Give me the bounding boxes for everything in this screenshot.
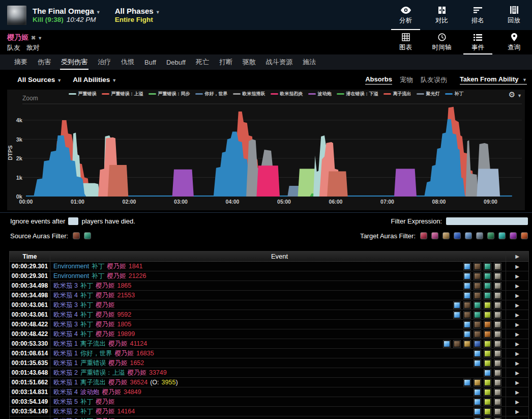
tab-Debuff[interactable]: Debuff — [161, 54, 191, 70]
aura-icon[interactable] — [454, 232, 461, 239]
aura-icon[interactable] — [484, 388, 491, 396]
tab-受到伤害[interactable]: 受到伤害 — [56, 54, 93, 70]
aura-icon[interactable] — [494, 379, 501, 386]
legend-item[interactable]: 潜在错误：下溢 — [337, 91, 378, 97]
aura-icon[interactable] — [474, 263, 481, 270]
legend-item[interactable]: 补丁 — [445, 91, 464, 97]
aura-icon[interactable] — [521, 232, 528, 239]
deaths-count-input[interactable] — [68, 217, 78, 225]
aura-icon[interactable] — [84, 232, 91, 239]
aura-icon[interactable] — [484, 340, 491, 348]
aura-icon[interactable] — [487, 232, 494, 239]
aura-icon[interactable] — [474, 398, 481, 406]
selected-player[interactable]: 樱乃姬 — [7, 33, 28, 41]
aura-icon[interactable] — [474, 292, 481, 299]
legend-item[interactable]: 严重错误：同步 — [149, 91, 190, 97]
absorbs-toggle[interactable]: Absorbs — [365, 75, 392, 85]
aura-icon[interactable] — [484, 379, 491, 386]
sources-dropdown[interactable]: All Sources▼ — [17, 76, 62, 83]
aura-icon[interactable] — [474, 321, 481, 328]
aura-icon[interactable] — [474, 379, 481, 386]
taken-from-dropdown[interactable]: Taken From Ability ▼ — [460, 75, 527, 85]
expand-column-header[interactable]: ▶ — [506, 252, 528, 261]
tab-伤害[interactable]: 伤害 — [33, 54, 56, 70]
aura-icon[interactable] — [465, 232, 472, 239]
aura-icon[interactable] — [494, 340, 501, 348]
aura-icon[interactable] — [484, 359, 491, 367]
aura-icon[interactable] — [476, 232, 483, 239]
tab-Buff[interactable]: Buff — [139, 54, 161, 70]
view-eye-button[interactable]: 分析 — [388, 0, 424, 30]
aura-icon[interactable] — [484, 311, 491, 319]
aura-icon[interactable] — [494, 350, 501, 357]
mode-list-button[interactable]: 事件 — [460, 30, 496, 54]
legend-item[interactable]: 你好，世界 — [195, 91, 228, 97]
aura-icon[interactable] — [484, 263, 491, 270]
legend-item[interactable]: 聚光灯 — [417, 91, 440, 97]
pets-toggle[interactable]: 宠物 — [400, 75, 413, 85]
row-expand-button[interactable]: ▶ — [506, 407, 528, 416]
aura-icon[interactable] — [494, 282, 501, 290]
view-compare-button[interactable]: 对比 — [424, 0, 460, 30]
aura-icon[interactable] — [420, 232, 427, 239]
row-expand-button[interactable]: ▶ — [506, 378, 528, 387]
view-ranking-button[interactable]: 排名 — [460, 0, 496, 30]
aura-icon[interactable] — [494, 408, 501, 415]
tab-打断[interactable]: 打断 — [214, 54, 238, 70]
aura-icon[interactable] — [484, 369, 491, 377]
aura-icon[interactable] — [73, 232, 80, 239]
friendly-fire-toggle[interactable]: 队友误伤 — [421, 75, 447, 85]
aura-icon[interactable] — [494, 292, 501, 299]
abilities-dropdown[interactable]: All Abilities▼ — [73, 76, 116, 83]
legend-item[interactable]: 欧米茄滑跃 — [233, 91, 265, 97]
row-expand-button[interactable]: ▶ — [506, 271, 528, 281]
aura-icon[interactable] — [463, 263, 471, 270]
aura-icon[interactable] — [474, 350, 481, 357]
time-column-header[interactable]: Time — [10, 252, 50, 261]
aura-icon[interactable] — [474, 301, 481, 309]
tab-死亡[interactable]: 死亡 — [191, 54, 214, 70]
aura-icon[interactable] — [510, 232, 517, 239]
aura-icon[interactable] — [484, 330, 491, 338]
aura-icon[interactable] — [442, 232, 450, 239]
aura-icon[interactable] — [463, 330, 471, 338]
row-expand-button[interactable]: ▶ — [506, 368, 528, 377]
aura-icon[interactable] — [463, 282, 471, 290]
row-expand-button[interactable]: ▶ — [506, 262, 528, 271]
aura-icon[interactable] — [494, 301, 501, 309]
aura-icon[interactable] — [484, 408, 491, 415]
aura-icon[interactable] — [453, 340, 461, 348]
aura-icon[interactable] — [474, 340, 481, 348]
aura-icon[interactable] — [484, 272, 491, 280]
legend-item[interactable]: 严重错误：上溢 — [102, 91, 143, 97]
aura-icon[interactable] — [484, 292, 491, 299]
row-expand-button[interactable]: ▶ — [506, 310, 528, 319]
aura-icon[interactable] — [494, 388, 501, 396]
dtps-chart[interactable]: 0k1k2k3k4k00:0001:0002:0003:0004:0005:00… — [7, 90, 525, 210]
row-expand-button[interactable]: ▶ — [506, 358, 528, 368]
chevron-down-icon[interactable]: ▼ — [38, 36, 42, 41]
aura-icon[interactable] — [494, 330, 501, 338]
aura-icon[interactable] — [498, 232, 506, 239]
aura-icon[interactable] — [494, 272, 501, 280]
aura-icon[interactable] — [463, 321, 471, 328]
aura-icon[interactable] — [463, 311, 471, 319]
legend-item[interactable]: 欧米茄烈炎 — [271, 91, 303, 97]
tab-治疗[interactable]: 治疗 — [93, 54, 116, 70]
fight-title-dropdown[interactable]: The Final Omega▼ — [33, 7, 101, 15]
tab-仇恨[interactable]: 仇恨 — [116, 54, 139, 70]
chart-settings-gear-icon[interactable]: ⚙▼ — [509, 90, 522, 99]
row-expand-button[interactable]: ▶ — [506, 349, 528, 358]
aura-icon[interactable] — [494, 263, 501, 270]
row-expand-button[interactable]: ▶ — [506, 339, 528, 348]
legend-item[interactable]: 离子流出 — [383, 91, 411, 97]
tab-驱散[interactable]: 驱散 — [238, 54, 261, 70]
aura-icon[interactable] — [463, 272, 471, 280]
legend-item[interactable]: 严重错误 — [69, 91, 97, 97]
aura-icon[interactable] — [463, 379, 471, 386]
aura-icon[interactable] — [463, 301, 471, 309]
aura-icon[interactable] — [474, 272, 481, 280]
legend-item[interactable]: 波动炮 — [308, 91, 332, 97]
aura-icon[interactable] — [494, 369, 501, 377]
aura-icon[interactable] — [453, 311, 461, 319]
